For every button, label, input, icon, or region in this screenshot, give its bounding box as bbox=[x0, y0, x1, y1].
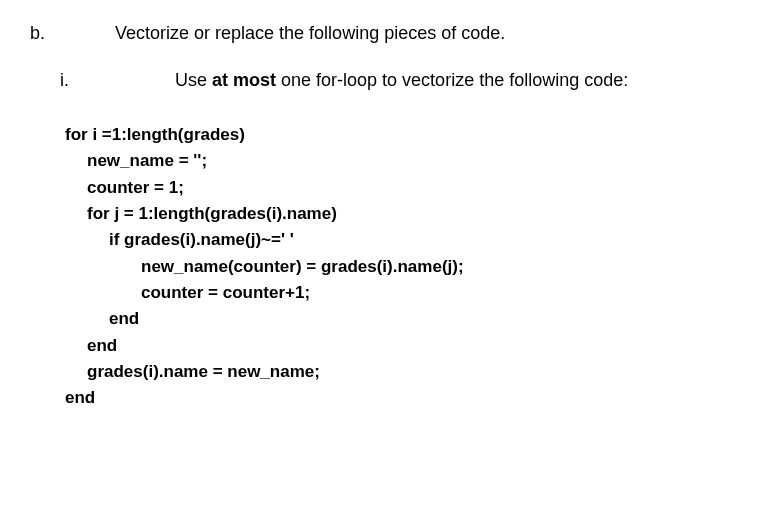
item-b-label: b. bbox=[30, 20, 115, 47]
item-i-text: Use at most one for-loop to vectorize th… bbox=[175, 67, 745, 94]
item-i-text-before: Use bbox=[175, 70, 212, 90]
code-line: new_name(counter) = grades(i).name(j); bbox=[65, 254, 745, 280]
list-item-b: b. Vectorize or replace the following pi… bbox=[30, 20, 745, 47]
code-block: for i =1:length(grades) new_name = ''; c… bbox=[65, 122, 745, 412]
item-i-text-bold: at most bbox=[212, 70, 276, 90]
code-line: if grades(i).name(j)~=' ' bbox=[65, 227, 745, 253]
item-b-text: Vectorize or replace the following piece… bbox=[115, 20, 745, 47]
list-item-i: i. Use at most one for-loop to vectorize… bbox=[60, 67, 745, 94]
item-i-label: i. bbox=[60, 67, 175, 94]
code-line: counter = 1; bbox=[65, 175, 745, 201]
code-line: end bbox=[65, 333, 745, 359]
code-line: counter = counter+1; bbox=[65, 280, 745, 306]
code-line: end bbox=[65, 306, 745, 332]
code-line: end bbox=[65, 385, 745, 411]
code-line: grades(i).name = new_name; bbox=[65, 359, 745, 385]
code-line: for j = 1:length(grades(i).name) bbox=[65, 201, 745, 227]
item-i-text-after: one for-loop to vectorize the following … bbox=[276, 70, 628, 90]
code-line: new_name = ''; bbox=[65, 148, 745, 174]
code-line: for i =1:length(grades) bbox=[65, 122, 745, 148]
